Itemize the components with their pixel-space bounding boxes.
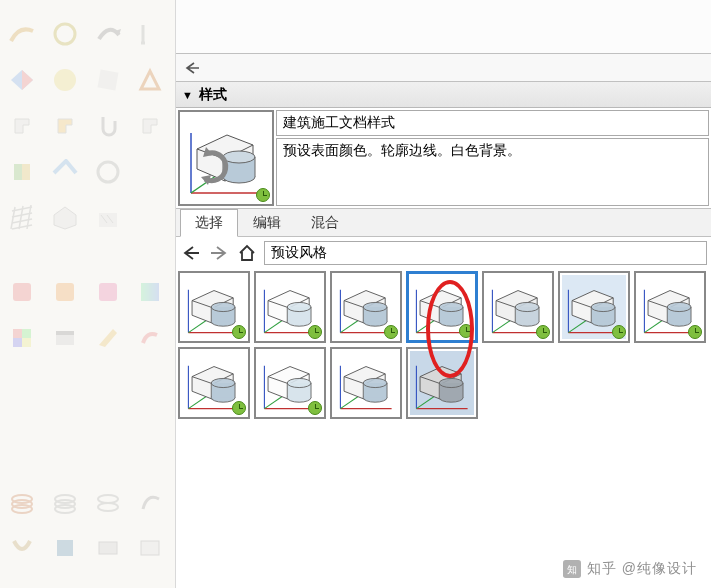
svg-rect-4 bbox=[22, 164, 30, 180]
style-thumbnail[interactable] bbox=[330, 271, 402, 343]
tool-icon[interactable] bbox=[134, 486, 166, 518]
tool-icon[interactable] bbox=[6, 532, 38, 564]
svg-point-95 bbox=[591, 302, 615, 311]
style-thumbnail[interactable] bbox=[406, 271, 478, 343]
tool-icon[interactable] bbox=[92, 156, 124, 188]
top-spacer bbox=[176, 0, 711, 54]
clock-badge-icon bbox=[308, 325, 322, 339]
tool-icon[interactable] bbox=[92, 18, 124, 50]
clock-badge-icon bbox=[612, 325, 626, 339]
tool-icon[interactable] bbox=[92, 532, 124, 564]
style-thumbnail[interactable] bbox=[558, 271, 630, 343]
tool-icon[interactable] bbox=[134, 322, 166, 354]
tab-mix[interactable]: 混合 bbox=[296, 209, 354, 236]
svg-rect-14 bbox=[13, 283, 31, 301]
tool-icon[interactable] bbox=[134, 156, 166, 188]
tool-icon[interactable] bbox=[49, 110, 81, 142]
tool-icon[interactable] bbox=[6, 322, 38, 354]
tool-icon[interactable] bbox=[92, 486, 124, 518]
tool-icon[interactable] bbox=[6, 18, 38, 50]
tool-icon[interactable] bbox=[6, 156, 38, 188]
style-thumbnail[interactable] bbox=[178, 347, 250, 419]
tool-icon[interactable] bbox=[134, 18, 166, 50]
svg-rect-18 bbox=[13, 329, 22, 338]
svg-rect-19 bbox=[22, 329, 31, 338]
tool-icon[interactable] bbox=[49, 322, 81, 354]
tool-icon[interactable] bbox=[134, 202, 166, 234]
tab-edit[interactable]: 编辑 bbox=[238, 209, 296, 236]
clock-badge-icon bbox=[308, 401, 322, 415]
browser-back-button[interactable] bbox=[180, 242, 202, 264]
disclosure-triangle-icon: ▼ bbox=[182, 89, 193, 101]
tool-icon[interactable] bbox=[49, 18, 81, 50]
tool-icon[interactable] bbox=[134, 532, 166, 564]
svg-point-131 bbox=[363, 378, 387, 387]
style-thumbnails bbox=[176, 269, 711, 427]
tool-icon[interactable] bbox=[49, 64, 81, 96]
svg-point-50 bbox=[211, 302, 235, 311]
svg-point-5 bbox=[98, 162, 118, 182]
style-thumbnail[interactable] bbox=[634, 271, 706, 343]
tool-icon[interactable] bbox=[49, 156, 81, 188]
tool-icon[interactable] bbox=[134, 276, 166, 308]
current-style-row: 建筑施工文档样式 预设表面颜色。轮廓边线。白色背景。 bbox=[176, 108, 711, 209]
tool-grid-1 bbox=[6, 18, 169, 234]
tool-icon[interactable] bbox=[134, 64, 166, 96]
svg-point-104 bbox=[667, 302, 691, 311]
svg-point-113 bbox=[211, 378, 235, 387]
current-style-preview[interactable] bbox=[178, 110, 274, 206]
style-thumbnail[interactable] bbox=[254, 347, 326, 419]
svg-rect-21 bbox=[22, 338, 31, 347]
panel-nav-row bbox=[176, 54, 711, 82]
tool-icon[interactable] bbox=[6, 110, 38, 142]
style-fields: 建筑施工文档样式 预设表面颜色。轮廓边线。白色背景。 bbox=[276, 108, 711, 208]
svg-point-41 bbox=[223, 151, 255, 163]
left-toolbar bbox=[0, 0, 176, 588]
tool-icon[interactable] bbox=[6, 276, 38, 308]
svg-rect-20 bbox=[13, 338, 22, 347]
tool-icon[interactable] bbox=[92, 110, 124, 142]
clock-badge-icon bbox=[688, 325, 702, 339]
tool-icon[interactable] bbox=[92, 276, 124, 308]
panel-back-button[interactable] bbox=[182, 58, 202, 78]
svg-text:知: 知 bbox=[566, 564, 577, 575]
svg-point-68 bbox=[363, 302, 387, 311]
style-name-input[interactable]: 建筑施工文档样式 bbox=[276, 110, 709, 136]
clock-badge-icon bbox=[536, 325, 550, 339]
svg-rect-16 bbox=[99, 283, 117, 301]
clock-badge-icon bbox=[232, 401, 246, 415]
browser-home-button[interactable] bbox=[236, 242, 258, 264]
tool-icon[interactable] bbox=[92, 322, 124, 354]
style-thumbnail[interactable] bbox=[482, 271, 554, 343]
tool-icon[interactable] bbox=[6, 202, 38, 234]
style-thumbnail[interactable] bbox=[178, 271, 250, 343]
style-thumbnail[interactable] bbox=[406, 347, 478, 419]
panel-title: 样式 bbox=[199, 86, 227, 104]
tool-icon[interactable] bbox=[92, 202, 124, 234]
svg-point-31 bbox=[98, 503, 118, 511]
style-thumbnail[interactable] bbox=[254, 271, 326, 343]
watermark-text: 知乎 @纯像设计 bbox=[587, 560, 697, 578]
style-browser-nav: 预设风格 bbox=[176, 237, 711, 269]
tool-icon[interactable] bbox=[6, 64, 38, 96]
svg-point-1 bbox=[54, 69, 76, 91]
tool-icon[interactable] bbox=[134, 110, 166, 142]
tab-select[interactable]: 选择 bbox=[180, 209, 238, 237]
panel-header[interactable]: ▼ 样式 bbox=[176, 82, 711, 108]
style-thumbnail[interactable] bbox=[330, 347, 402, 419]
svg-point-0 bbox=[55, 24, 75, 44]
browser-path-input[interactable]: 预设风格 bbox=[264, 241, 707, 265]
style-description-input[interactable]: 预设表面颜色。轮廓边线。白色背景。 bbox=[276, 138, 709, 206]
tool-icon[interactable] bbox=[6, 486, 38, 518]
tool-icon[interactable] bbox=[92, 64, 124, 96]
clock-badge-icon bbox=[232, 325, 246, 339]
tool-icon[interactable] bbox=[49, 486, 81, 518]
svg-point-59 bbox=[287, 302, 311, 311]
tool-icon[interactable] bbox=[49, 202, 81, 234]
svg-rect-2 bbox=[97, 70, 118, 91]
tool-icon[interactable] bbox=[49, 276, 81, 308]
svg-point-86 bbox=[515, 302, 539, 311]
browser-forward-button[interactable] bbox=[208, 242, 230, 264]
tool-icon[interactable] bbox=[49, 532, 81, 564]
svg-point-77 bbox=[439, 302, 463, 311]
